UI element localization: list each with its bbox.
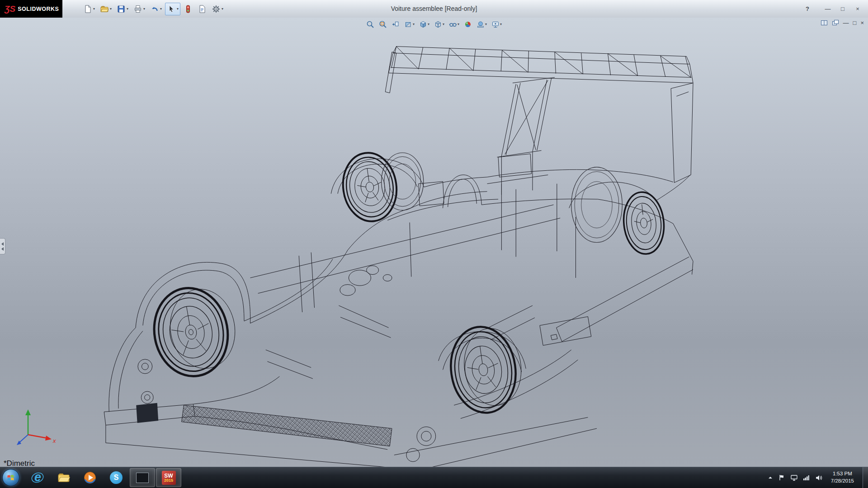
section-view-button[interactable]: ▾ <box>402 19 416 30</box>
view-orientation-label: *Dimetric <box>4 459 35 467</box>
taskbar-media-player-button[interactable] <box>77 468 103 487</box>
dropdown-caret-icon[interactable]: ▾ <box>500 23 502 26</box>
flag-icon <box>779 474 785 481</box>
hide-show-items-button[interactable]: ▾ <box>447 19 461 30</box>
maximize-button[interactable]: □ <box>839 5 847 12</box>
solidworks-app-icon: SW 2015 <box>162 471 176 485</box>
view-orientation-cube-icon <box>419 20 427 28</box>
zoom-to-area-icon <box>379 20 387 28</box>
folder-icon <box>57 472 71 483</box>
dropdown-caret-icon[interactable]: ▾ <box>485 23 487 26</box>
dropdown-caret-icon[interactable]: ▾ <box>443 23 444 26</box>
taskbar-clock[interactable]: 1:53 PM 7/28/2015 <box>828 470 857 484</box>
title-bar: ƷS SOLIDWORKS ▾ ▾ ▾ ▾ ▾ <box>0 0 868 18</box>
view-orientation-button[interactable]: ▾ <box>417 19 431 30</box>
edit-appearance-ball-icon <box>464 20 472 28</box>
messenger-icon: S <box>110 471 123 484</box>
orientation-triad: x <box>7 407 61 452</box>
tile-windows-button[interactable] <box>832 19 839 26</box>
feature-manager-collapsed-tab[interactable] <box>0 238 5 254</box>
graphics-viewport[interactable]: ▾ ▾ ▾ ▾ ▾ ▾ <box>0 18 868 467</box>
minimize-button[interactable]: — <box>824 5 832 12</box>
volume-icon <box>816 475 822 481</box>
section-view-icon <box>404 20 412 28</box>
internet-explorer-icon: e <box>31 471 44 484</box>
command-prompt-icon <box>136 473 149 483</box>
hide-show-glasses-icon <box>449 20 457 28</box>
wireframe-car-model[interactable] <box>0 18 868 467</box>
triad-x-label: x <box>52 437 56 444</box>
windows-orb-icon <box>2 469 19 486</box>
document-minimize-button[interactable]: — <box>843 19 849 26</box>
tray-action-center-button[interactable] <box>779 474 785 481</box>
document-close-button[interactable]: × <box>860 19 864 26</box>
tray-volume-button[interactable] <box>816 475 822 481</box>
view-settings-icon <box>491 20 500 28</box>
taskbar-command-prompt-button[interactable] <box>130 468 155 487</box>
taskbar-apps: e S <box>24 467 182 488</box>
zoom-to-area-button[interactable] <box>377 19 389 30</box>
split-pane-icon <box>821 19 828 26</box>
taskbar-windows-explorer-button[interactable] <box>51 468 76 487</box>
document-restore-button[interactable]: □ <box>853 19 857 26</box>
help-button[interactable]: ? <box>803 5 811 12</box>
previous-view-icon <box>392 20 400 28</box>
tray-display-button[interactable] <box>791 475 797 481</box>
edit-appearance-button[interactable] <box>462 19 474 30</box>
close-button[interactable]: × <box>854 5 862 12</box>
dropdown-caret-icon[interactable]: ▾ <box>428 23 429 26</box>
chevron-left-icon <box>1 242 4 246</box>
dropdown-caret-icon[interactable]: ▾ <box>413 23 415 26</box>
zoom-to-fit-button[interactable] <box>364 19 376 30</box>
taskbar-solidworks-button[interactable]: SW 2015 <box>156 468 181 487</box>
ie-letter: e <box>34 471 41 484</box>
display-style-button[interactable]: ▾ <box>432 19 446 30</box>
previous-view-button[interactable] <box>390 19 401 30</box>
window-controls: ? — □ × <box>803 0 862 18</box>
window-title: Voiture assemblee [Read-only] <box>0 5 868 12</box>
chevron-up-icon <box>768 475 773 480</box>
network-icon <box>803 475 810 480</box>
document-window-controls: — □ × <box>821 19 864 26</box>
dropdown-caret-icon[interactable]: ▾ <box>458 23 459 26</box>
media-player-icon <box>83 471 97 484</box>
apply-scene-button[interactable]: ▾ <box>475 19 489 30</box>
taskbar: e S <box>0 467 868 488</box>
heads-up-toolbar: ▾ ▾ ▾ ▾ ▾ ▾ <box>364 19 504 30</box>
zoom-to-fit-icon <box>366 20 374 28</box>
solidworks-year-badge: 2015 <box>164 479 173 483</box>
tray-hidden-icons-button[interactable] <box>768 475 773 480</box>
apply-scene-icon <box>476 20 485 28</box>
view-settings-button[interactable]: ▾ <box>490 19 504 30</box>
clock-time: 1:53 PM <box>833 470 852 478</box>
tray-network-button[interactable] <box>803 475 810 480</box>
windows-flag-icon <box>6 474 15 482</box>
taskbar-internet-explorer-button[interactable]: e <box>25 468 50 487</box>
system-tray: 1:53 PM 7/28/2015 <box>768 467 868 488</box>
split-pane-button[interactable] <box>821 19 828 26</box>
display-icon <box>791 475 797 481</box>
taskbar-messenger-button[interactable]: S <box>104 468 129 487</box>
tile-windows-icon <box>832 19 839 26</box>
solidworks-window: ƷS SOLIDWORKS ▾ ▾ ▾ ▾ ▾ <box>0 0 868 488</box>
solidworks-initials: SW <box>164 473 173 479</box>
chevron-left-icon <box>1 247 4 251</box>
messenger-letter: S <box>114 474 119 482</box>
show-desktop-button[interactable] <box>863 467 868 488</box>
start-button[interactable] <box>2 469 20 487</box>
display-style-wireframe-icon <box>434 20 442 28</box>
clock-date: 7/28/2015 <box>831 478 854 485</box>
